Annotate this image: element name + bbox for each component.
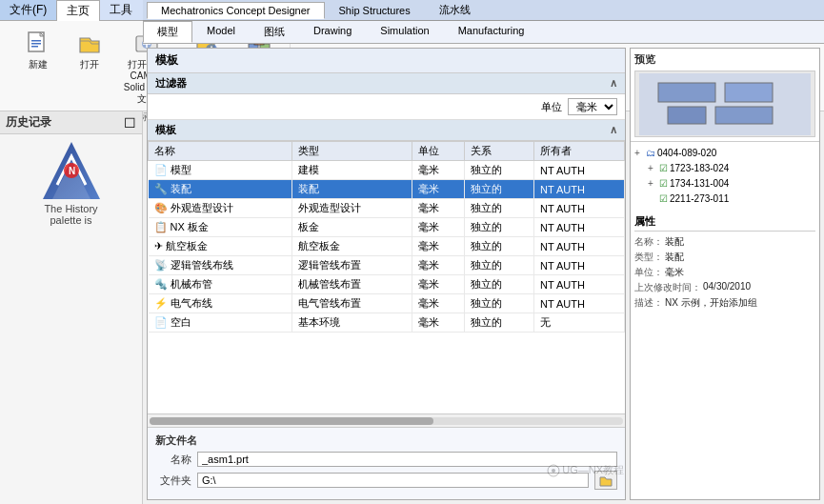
unit-select[interactable]: 毫米 <box>568 98 617 115</box>
cell-name: ✈ 航空板金 <box>149 237 292 256</box>
hscroll-track[interactable] <box>150 417 623 425</box>
filter-row: 单位 毫米 <box>148 94 625 120</box>
table-row[interactable]: 🎨 外观造型设计 外观造型设计 毫米 独立的 NT AUTH <box>149 199 625 218</box>
col-owner: 所有者 <box>534 142 625 161</box>
cell-type: 装配 <box>292 180 412 199</box>
tree-node-2: 1734-131-004 <box>670 176 729 192</box>
name-row: 名称 <box>155 452 617 467</box>
new-file-title: 新文件名 <box>155 433 617 448</box>
folder-icon: 🗂 <box>646 146 655 161</box>
table-row[interactable]: 📄 模型 建模 毫米 独立的 NT AUTH <box>149 161 625 180</box>
tab-drawing-zh[interactable]: 图纸 <box>250 21 299 43</box>
tab-model-zh[interactable]: 模型 <box>143 21 192 43</box>
tree-node-3: 2211-273-011 <box>670 192 729 207</box>
prop-unit: 单位： 毫米 <box>634 266 815 279</box>
cell-relation: 独立的 <box>465 313 534 333</box>
check-icon-3: ☑ <box>659 192 668 207</box>
cell-type: 板金 <box>292 218 412 237</box>
cell-unit: 毫米 <box>412 199 464 218</box>
hscroll-thumb[interactable] <box>150 417 433 425</box>
new-button[interactable]: 新建 <box>13 27 63 107</box>
cell-type: 航空板金 <box>292 237 412 256</box>
tree-item-root[interactable]: + 🗂 0404-089-020 <box>634 146 815 161</box>
templates-label: 模板 <box>155 123 176 137</box>
folder-browse-btn[interactable] <box>594 471 617 490</box>
filter-collapse-btn[interactable]: ∧ <box>610 77 617 90</box>
tab-manufacturing[interactable]: Manufacturing <box>444 21 539 43</box>
dialog-title: 模板 <box>148 49 625 73</box>
cell-name: ⚡ 电气布线 <box>149 294 292 313</box>
prop-type: 类型： 装配 <box>634 251 815 264</box>
cell-relation: 独立的 <box>465 256 534 275</box>
templates-table-container[interactable]: 名称 类型 单位 关系 所有者 📄 模型 建模 毫米 独立的 NT AUTH 🔧… <box>148 141 625 413</box>
prop-name: 名称： 装配 <box>634 235 815 249</box>
cell-unit: 毫米 <box>412 294 464 313</box>
table-row[interactable]: ⚡ 电气布线 电气管线布置 毫米 独立的 NT AUTH <box>149 294 625 313</box>
tab-drawing-en[interactable]: Drawing <box>299 21 366 43</box>
prop-modified-label: 上次修改时间： <box>634 281 701 294</box>
tree-item-1[interactable]: + ☑ 1723-183-024 <box>634 161 815 176</box>
open-button[interactable]: 打开 <box>65 27 114 107</box>
tree-expand-1[interactable]: + <box>648 161 657 176</box>
tab-simulation[interactable]: Simulation <box>366 21 443 43</box>
prop-desc-label: 描述： <box>634 296 663 310</box>
cell-owner: NT AUTH <box>534 275 625 294</box>
svg-rect-4 <box>31 46 38 48</box>
dialog-left: 模板 过滤器 ∧ 单位 毫米 模板 ∧ <box>147 48 626 500</box>
svg-rect-3 <box>31 43 41 45</box>
preview-section: 预览 <box>631 49 819 142</box>
tree-expand-root[interactable]: + <box>634 146 644 161</box>
name-label: 名称 <box>155 453 191 467</box>
svg-rect-17 <box>725 83 773 102</box>
cell-owner: NT AUTH <box>534 218 625 237</box>
history-checkbox[interactable]: ☐ <box>124 115 136 131</box>
preview-title: 预览 <box>634 52 815 67</box>
preview-image <box>639 73 811 135</box>
templates-section-header[interactable]: 模板 ∧ <box>148 120 625 141</box>
table-row[interactable]: 📋 NX 板金 板金 毫米 独立的 NT AUTH <box>149 218 625 237</box>
cell-type: 建模 <box>292 161 412 180</box>
cell-type: 逻辑管线布置 <box>292 256 412 275</box>
tree-item-2[interactable]: + ☑ 1734-131-004 <box>634 176 815 192</box>
open-label: 打开 <box>80 59 99 71</box>
table-row[interactable]: 📡 逻辑管线布线 逻辑管线布置 毫米 独立的 NT AUTH <box>149 256 625 275</box>
cell-owner: NT AUTH <box>534 180 625 199</box>
app-tab-mechatronics[interactable]: Mechatronics Concept Designer <box>147 2 325 19</box>
app-tab-pipeline[interactable]: 流水线 <box>425 0 485 20</box>
cell-relation: 独立的 <box>465 161 534 180</box>
cell-relation: 独立的 <box>465 275 534 294</box>
table-row[interactable]: 🔩 机械布管 机械管线布置 毫米 独立的 NT AUTH <box>149 275 625 294</box>
name-input[interactable] <box>197 452 617 467</box>
table-row[interactable]: 🔧 装配 装配 毫米 独立的 NT AUTH <box>149 180 625 199</box>
cell-type: 基本环境 <box>292 313 412 333</box>
prop-modified-value: 04/30/2010 <box>703 281 751 294</box>
tab-model-en[interactable]: Model <box>192 21 250 43</box>
table-row[interactable]: 📄 空白 基本环境 毫米 独立的 无 <box>149 313 625 333</box>
cell-name: 🔩 机械布管 <box>149 275 292 294</box>
tree-expand-2[interactable]: + <box>648 176 657 192</box>
filter-section-header[interactable]: 过滤器 ∧ <box>148 73 625 94</box>
templates-collapse-btn[interactable]: ∧ <box>610 124 617 136</box>
svg-rect-18 <box>668 107 706 124</box>
history-panel: 历史记录 ☐ N The Historypalette is <box>0 111 143 504</box>
menu-home[interactable]: 主页 <box>56 0 100 21</box>
app-tab-ship[interactable]: Ship Structures <box>325 2 425 19</box>
cell-relation: 独立的 <box>465 218 534 237</box>
preview-tree: + 🗂 0404-089-020 + ☑ 1723-183-024 + ☑ 17… <box>631 142 819 211</box>
cell-unit: 毫米 <box>412 218 464 237</box>
tree-expand-3 <box>648 192 657 207</box>
tree-item-3[interactable]: ☑ 2211-273-011 <box>634 192 815 207</box>
cell-owner: NT AUTH <box>534 256 625 275</box>
cell-name: 📄 空白 <box>149 313 292 333</box>
app-tabs: Mechatronics Concept Designer Ship Struc… <box>143 0 824 21</box>
menu-file[interactable]: 文件(F) <box>0 0 56 20</box>
table-row[interactable]: ✈ 航空板金 航空板金 毫米 独立的 NT AUTH <box>149 237 625 256</box>
prop-desc: 描述： NX 示例，开始添加组 <box>634 296 815 310</box>
menu-tools[interactable]: 工具 <box>100 0 142 20</box>
horizontal-scrollbar[interactable] <box>148 413 625 427</box>
main-area: Mechatronics Concept Designer Ship Struc… <box>143 0 824 504</box>
properties-title: 属性 <box>634 214 815 232</box>
folder-input[interactable] <box>197 473 589 488</box>
prop-desc-value: NX 示例，开始添加组 <box>665 296 757 310</box>
history-palette-text: The Historypalette is <box>44 203 97 226</box>
